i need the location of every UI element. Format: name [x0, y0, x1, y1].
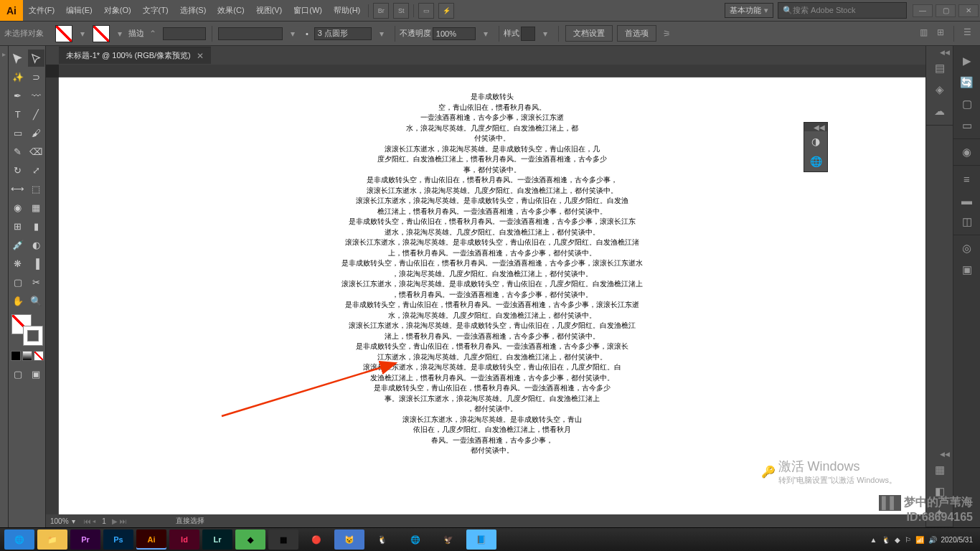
transparency-icon[interactable]: ◫ — [953, 211, 980, 232]
window-maximize[interactable]: ▢ — [936, 4, 956, 17]
panel-collapse-icon[interactable]: ◀◀ — [814, 123, 825, 131]
none-mode[interactable] — [34, 351, 44, 361]
taskbar-photoshop[interactable]: Ps — [103, 529, 133, 550]
document-tab[interactable]: 未标题-1* @ 100% (RGB/像素预览)✕ — [59, 47, 211, 64]
taskbar-explorer[interactable]: 📁 — [37, 529, 67, 550]
gpu-icon[interactable]: ⚡ — [438, 3, 454, 19]
style-swatch[interactable] — [521, 27, 535, 41]
menu-help[interactable]: 帮助(H) — [328, 0, 366, 21]
tray-flag-icon[interactable]: ⚐ — [905, 536, 911, 544]
taskbar-illustrator[interactable]: Ai — [136, 529, 166, 550]
pin-icon[interactable]: ⚞ — [661, 27, 674, 40]
gradient-tool[interactable]: ▮ — [28, 217, 45, 235]
artboard-tool[interactable]: ▢ — [9, 273, 27, 291]
taskbar-premiere[interactable]: Pr — [70, 529, 100, 550]
tray-icon[interactable]: ◆ — [895, 536, 900, 544]
type-tool[interactable]: T — [9, 105, 27, 123]
symbol-sprayer-tool[interactable]: ❋ — [9, 255, 27, 272]
brush-dropdown[interactable] — [218, 27, 283, 40]
menu-file[interactable]: 文件(F) — [23, 0, 60, 21]
appearance-icon[interactable]: ◎ — [953, 237, 980, 259]
taskbar-app4[interactable]: 😺 — [334, 529, 364, 550]
libraries-panel-icon[interactable]: ☁ — [926, 100, 953, 122]
curvature-tool[interactable]: 〰 — [28, 87, 45, 104]
opacity-input[interactable] — [433, 27, 476, 40]
dropdown-icon[interactable]: ▾ — [76, 27, 89, 40]
blend-tool[interactable]: ◐ — [28, 236, 45, 253]
properties-panel-icon[interactable]: ▤ — [926, 57, 953, 79]
taskbar-app5[interactable]: 🦅 — [433, 529, 463, 550]
tray-icon[interactable]: ▲ — [870, 536, 877, 544]
fill-stroke-control[interactable] — [11, 314, 43, 346]
window-close[interactable]: ✕ — [958, 4, 979, 17]
stroke-swatch[interactable] — [93, 25, 110, 42]
stroke-icon[interactable]: ≡ — [953, 168, 980, 189]
shape-builder-tool[interactable]: ◉ — [9, 199, 27, 216]
cc-icon[interactable]: ◉ — [953, 141, 980, 163]
bridge-icon[interactable]: Br — [373, 3, 389, 19]
floating-panel[interactable]: ◀◀ ◑ 🌐 — [804, 122, 828, 172]
ruler-horizontal[interactable] — [59, 65, 925, 77]
taskbar-chrome[interactable]: 🌐 — [400, 529, 430, 550]
taskbar-qq[interactable]: 🐧 — [367, 529, 397, 550]
screen-mode-2[interactable]: ▣ — [28, 365, 45, 382]
gradient-icon[interactable]: ▬ — [953, 189, 980, 211]
color-icon[interactable]: 🔄 — [953, 72, 980, 93]
line-segment-tool[interactable]: ╱ — [28, 105, 45, 123]
paintbrush-tool[interactable]: 🖌 — [28, 124, 45, 141]
left-strip[interactable]: ▸ — [0, 46, 9, 527]
window-minimize[interactable]: — — [913, 4, 933, 17]
area-type-object[interactable]: 是非成败转头空，青山依旧在，惯看秋月春风。一壶浊酒喜相逢，古今多少事，滚滚长江东… — [306, 92, 679, 456]
rectangle-tool[interactable]: ▭ — [9, 124, 27, 141]
menu-object[interactable]: 对象(O) — [98, 0, 137, 21]
taskbar-app2[interactable]: ▦ — [268, 529, 298, 550]
taskbar-app1[interactable]: ◆ — [235, 529, 265, 550]
perspective-grid-tool[interactable]: ▦ — [28, 199, 45, 216]
stock-search[interactable]: 🔍 搜索 Adobe Stock — [778, 2, 907, 19]
scale-tool[interactable]: ⤢ — [28, 161, 45, 179]
zoom-tool[interactable]: 🔍 — [28, 292, 45, 309]
float-icon-1[interactable]: ◑ — [804, 131, 827, 151]
arrange-icon[interactable]: ▭ — [418, 3, 434, 19]
color-mode[interactable] — [11, 351, 21, 361]
lasso-tool[interactable]: ⊃ — [28, 68, 45, 85]
close-tab-icon[interactable]: ✕ — [197, 51, 204, 61]
mesh-tool[interactable]: ⊞ — [9, 217, 27, 235]
shaper-tool[interactable]: ✎ — [9, 143, 27, 160]
taskbar-browser[interactable]: 🌐 — [4, 529, 34, 550]
pen-tool[interactable]: ✒ — [9, 87, 27, 104]
transform-icon[interactable]: ⊞ — [934, 26, 947, 39]
tray-network-icon[interactable]: 📶 — [915, 536, 924, 544]
menu-select[interactable]: 选择(S) — [174, 0, 212, 21]
swatches-icon[interactable]: ▢ — [953, 93, 980, 115]
systray[interactable]: ▲ 🐧 ◆ ⚐ 📶 🔊 2020/5/31 — [870, 536, 977, 544]
workspace-switcher[interactable]: 基本功能 — [725, 3, 773, 18]
selection-tool[interactable] — [9, 50, 27, 67]
align-icon[interactable]: ▥ — [917, 26, 930, 39]
taskbar-lightroom[interactable]: Lr — [202, 529, 232, 550]
brush-style-dropdown[interactable] — [314, 27, 372, 40]
menu-icon[interactable]: ☰ — [961, 26, 974, 39]
eraser-tool[interactable]: ⌫ — [28, 143, 45, 160]
brushes-icon[interactable]: ▭ — [953, 115, 980, 136]
stock-icon[interactable]: St — [393, 3, 409, 19]
tray-qq-icon[interactable]: 🐧 — [882, 536, 890, 544]
ruler-vertical[interactable] — [46, 77, 59, 514]
width-tool[interactable]: ⟷ — [9, 180, 27, 197]
link-icon[interactable]: ⌃ — [146, 27, 159, 40]
taskbar-indesign[interactable]: Id — [169, 529, 199, 550]
canvas[interactable]: 是非成败转头空，青山依旧在，惯看秋月春风。一壶浊酒喜相逢，古今多少事，滚滚长江东… — [59, 77, 925, 514]
gradient-mode[interactable] — [22, 351, 32, 361]
hand-tool[interactable]: ✋ — [9, 292, 27, 309]
screen-mode[interactable]: ▢ — [9, 365, 27, 382]
menu-effect[interactable]: 效果(C) — [212, 0, 250, 21]
rotate-tool[interactable]: ↻ — [9, 161, 27, 179]
fill-swatch[interactable] — [55, 25, 72, 42]
column-graph-tool[interactable]: ▐ — [28, 255, 45, 272]
taskbar-app6[interactable]: 📘 — [466, 529, 496, 550]
magic-wand-tool[interactable]: ✨ — [9, 68, 27, 85]
eyedropper-tool[interactable]: 💉 — [9, 236, 27, 253]
document-setup-button[interactable]: 文档设置 — [565, 25, 613, 42]
stroke-weight-input[interactable] — [163, 27, 206, 40]
direct-selection-tool[interactable] — [28, 50, 45, 67]
